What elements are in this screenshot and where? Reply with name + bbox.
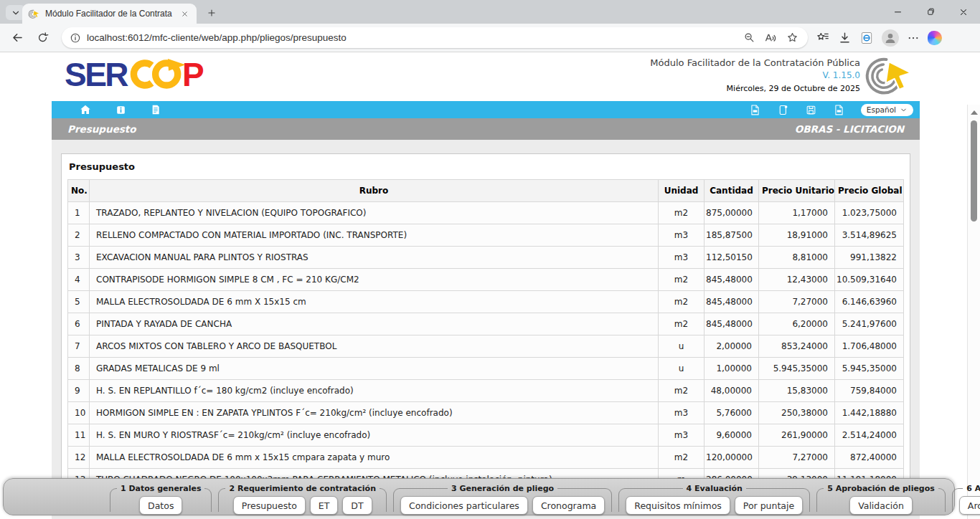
zoom-out-button[interactable]	[741, 30, 757, 46]
document-icon	[150, 104, 161, 115]
profile-button[interactable]	[882, 29, 899, 47]
cell-cantidad: 185,87500	[705, 224, 759, 247]
save-button[interactable]	[805, 103, 818, 116]
footer-button-dt[interactable]: DT	[342, 496, 372, 515]
site-info-icon[interactable]	[70, 32, 81, 44]
footer-group-label: 5 Aprobación de pliegos	[824, 484, 938, 493]
settings-menu-button[interactable]	[907, 32, 920, 44]
minimize-button[interactable]	[881, 0, 914, 24]
footer-button-presupuesto[interactable]: Presupuesto	[233, 496, 306, 515]
cell-precio-unitario: 5.945,35000	[759, 358, 835, 380]
scroll-up-arrow-icon[interactable]	[971, 110, 978, 115]
document-button[interactable]	[149, 103, 162, 116]
language-select[interactable]: Español	[861, 104, 913, 116]
footer-button-cronograma[interactable]: Cronograma	[532, 496, 605, 515]
new-document-button[interactable]	[777, 103, 790, 116]
cell-unidad: m3	[659, 402, 705, 424]
home-button[interactable]	[79, 103, 92, 116]
info-button[interactable]	[114, 103, 127, 116]
pdf-file-icon	[833, 104, 845, 116]
table-row: 7 ARCOS MIXTOS CON TABLERO Y ARCO DE BAS…	[68, 335, 904, 358]
table-row: 9 H. S. EN REPLANTILLO f´c= 180 kg/cm2 (…	[68, 380, 904, 402]
restore-icon	[925, 6, 936, 17]
chevron-down-icon	[11, 8, 21, 18]
url-text[interactable]: localhost:6012/mfc-cliente/web/app.php/p…	[87, 32, 735, 43]
cell-cantidad: 845,48000	[705, 291, 759, 313]
cell-precio-global: 1.442,18880	[835, 402, 904, 424]
back-button[interactable]	[7, 28, 27, 48]
cell-cantidad: 845,48000	[705, 313, 759, 335]
header-right: Módulo Facilitador de la Contratación Pú…	[650, 54, 917, 96]
app-version: V. 1.15.0	[650, 70, 860, 80]
site: SER P Módulo Facilitador de la Contratac…	[52, 52, 920, 519]
cell-unidad: m2	[659, 313, 705, 335]
refresh-button[interactable]	[32, 28, 52, 48]
page-scrollbar[interactable]	[967, 105, 980, 519]
footer-button-archivos[interactable]: Archivos	[959, 496, 980, 515]
read-aloud-button[interactable]	[763, 30, 778, 46]
ie-mode-icon	[859, 31, 874, 45]
browser-tab[interactable]: Módulo Facilitador de la Contrata	[22, 4, 197, 24]
pdf-export-button[interactable]	[749, 103, 762, 116]
read-aloud-icon	[764, 32, 777, 44]
footer-group-label: 3 Generación de pliego	[448, 484, 557, 493]
content-area: Presupuesto No. Rubro Unidad Cantidad Pr…	[52, 140, 920, 519]
cell-cantidad: 48,00000	[705, 380, 759, 402]
cell-precio-global: 991,13822	[835, 247, 904, 269]
footer-button-por-puntaje[interactable]: Por puntaje	[735, 496, 803, 515]
tab-close-icon[interactable]	[179, 8, 191, 20]
footer-group-label: 1 Datos generales	[117, 484, 204, 493]
language-value: Español	[867, 105, 896, 114]
sercop-logo: SER P	[65, 57, 202, 91]
footer-button-requisitos-mi-nimos[interactable]: Requisitos mínimos	[626, 496, 730, 515]
downloads-button[interactable]	[838, 31, 852, 44]
footer-button-et[interactable]: ET	[310, 496, 339, 515]
tab-title: Módulo Facilitador de la Contrata	[45, 9, 174, 19]
footer-group-label: 6 Anexos	[963, 484, 980, 493]
footer-groups: 1 Datos generales Datos 2 Requerimiento …	[110, 479, 980, 515]
cell-rubro: H. S. EN MURO Y RIOSTRASF´c= 210kg/cm² (…	[90, 424, 659, 447]
cell-rubro: TRAZADO, REPLANTEO Y NIVELACION (EQUIPO …	[90, 202, 659, 224]
cell-no: 4	[68, 269, 90, 291]
close-window-button[interactable]	[947, 0, 980, 24]
file-new-icon	[777, 104, 789, 116]
cell-rubro: GRADAS METALICAS DE 9 ml	[90, 358, 659, 380]
cell-precio-unitario: 12,43000	[759, 269, 835, 291]
current-date: Miércoles, 29 de Octubre de 2025	[650, 84, 860, 93]
footer-group-buttons: Condiciones particularesCronograma	[400, 496, 605, 515]
col-unidad: Unidad	[659, 180, 705, 202]
favorites-bar-button[interactable]	[816, 31, 830, 44]
footer-button-condiciones-particulares[interactable]: Condiciones particulares	[400, 496, 528, 515]
mfc-cursor-logo	[862, 54, 917, 96]
footer-button-validacio-n[interactable]: Validación	[849, 496, 913, 515]
pdf-export-button-2[interactable]	[833, 103, 846, 116]
cell-unidad: m2	[659, 447, 705, 469]
table-row: 11 H. S. EN MURO Y RIOSTRASF´c= 210kg/cm…	[68, 424, 904, 447]
cell-no: 7	[68, 335, 90, 358]
cell-no: 9	[68, 380, 90, 402]
copilot-icon[interactable]	[928, 31, 942, 45]
footer-group: 6 Anexos Archivos	[952, 484, 980, 512]
new-tab-button[interactable]	[204, 5, 219, 20]
table-row: 8 GRADAS METALICAS DE 9 ml u 1,00000 5.9…	[68, 358, 904, 380]
browser-toolbar: localhost:6012/mfc-cliente/web/app.php/p…	[0, 24, 980, 52]
steps-bar: 1 Datos generales Datos 2 Requerimiento …	[3, 478, 955, 515]
restore-button[interactable]	[914, 0, 947, 24]
nav-right: Español	[749, 103, 913, 116]
ellipsis-icon	[907, 32, 920, 44]
page-title: Presupuesto	[67, 123, 136, 135]
table-row: 5 MALLA ELECTROSOLDADA DE 6 mm X 15x15 c…	[68, 291, 904, 313]
page: SER P Módulo Facilitador de la Contratac…	[0, 52, 980, 519]
address-bar[interactable]: localhost:6012/mfc-cliente/web/app.php/p…	[62, 27, 808, 48]
cell-unidad: m2	[659, 380, 705, 402]
favorite-button[interactable]	[784, 30, 800, 46]
info-square-icon	[116, 105, 126, 115]
cell-rubro: HORMIGON SIMPLE EN : EN ZAPATA YPLINTOS …	[90, 402, 659, 424]
scrollbar-thumb[interactable]	[971, 120, 977, 222]
cell-rubro: CONTRAPISODE HORMIGON SIMPLE 8 CM , FC =…	[90, 269, 659, 291]
chevron-down-icon	[900, 106, 908, 114]
footer-button-datos[interactable]: Datos	[139, 496, 182, 515]
cell-precio-unitario: 8,81000	[759, 247, 835, 269]
cell-precio-unitario: 18,91000	[759, 224, 835, 247]
ie-mode-button[interactable]	[859, 31, 874, 45]
